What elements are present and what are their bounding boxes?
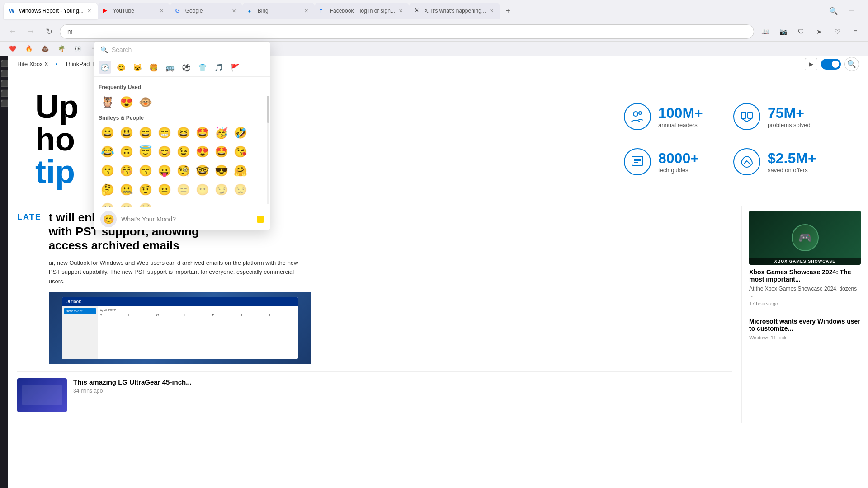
tab-bing[interactable]: ⬥ Bing ✕ xyxy=(242,3,315,19)
emoji-cat-animals[interactable]: 🐱 xyxy=(131,61,144,74)
tab-youtube[interactable]: ▶ YouTube ✕ xyxy=(98,3,170,19)
tab-close-google[interactable]: ✕ xyxy=(231,7,237,15)
tab-google[interactable]: G Google ✕ xyxy=(170,3,242,19)
emoji-footer-smiley-icon[interactable]: 😊 xyxy=(100,211,117,227)
sidebar-icon-1[interactable]: ⬛ xyxy=(0,60,8,67)
stat-readers-icon xyxy=(624,103,651,130)
emoji-grin[interactable]: 😃 xyxy=(118,124,136,142)
emoji-partying[interactable]: 🥳 xyxy=(212,124,231,142)
emoji-rofl[interactable]: 🤣 xyxy=(231,124,250,142)
emoji-owl[interactable]: 🦉 xyxy=(99,93,117,111)
emoji-kissing-heart[interactable]: 😘 xyxy=(231,143,250,161)
screenshot-button[interactable]: 📷 xyxy=(776,24,790,39)
emoji-kissing-smiling[interactable]: 😙 xyxy=(137,162,155,180)
emoji-upside-down[interactable]: 🙃 xyxy=(118,143,136,161)
ticker-search-button[interactable]: 🔍 xyxy=(844,57,859,71)
emoji-cat-symbols[interactable]: 🎵 xyxy=(212,61,225,74)
emoji-joy[interactable]: 😂 xyxy=(99,143,117,161)
bookmarks-button[interactable]: ♡ xyxy=(830,24,844,39)
emoji-thinking[interactable]: 🤔 xyxy=(99,181,117,199)
emoji-monkey[interactable]: 🐵 xyxy=(137,93,155,111)
emoji-nerd[interactable]: 🤓 xyxy=(193,162,212,180)
minimize-button[interactable]: ─ xyxy=(844,4,859,18)
emoji-zipper[interactable]: 🤐 xyxy=(118,181,136,199)
emoji-scrollbar[interactable] xyxy=(267,96,269,204)
emoji-send-button[interactable] xyxy=(257,216,264,223)
emoji-halo[interactable]: 😇 xyxy=(137,143,155,161)
address-bar[interactable]: m xyxy=(60,24,754,39)
bookmark-palm[interactable]: 🌴 xyxy=(54,43,69,54)
browser-controls-right: 🔍 ─ xyxy=(826,4,864,18)
reader-view-button[interactable]: 📖 xyxy=(758,24,772,39)
shield-button[interactable]: 🛡 xyxy=(794,24,808,39)
sidebar-icon-5[interactable]: ⬛ xyxy=(0,99,8,107)
emoji-beam[interactable]: 😁 xyxy=(156,124,174,142)
ticker-video-button[interactable]: ▶ xyxy=(805,58,817,70)
sidebar-icon-2[interactable]: ⬛ xyxy=(0,70,8,77)
tab-close-twitter[interactable]: ✕ xyxy=(489,7,495,15)
emoji-smirk[interactable]: 😏 xyxy=(212,181,231,199)
refresh-button[interactable]: ↻ xyxy=(42,24,56,39)
bookmark-fire[interactable]: 🔥 xyxy=(22,43,36,54)
emoji-heart-eyes-2[interactable]: 😍 xyxy=(193,143,212,161)
news-title-2: This amazing LG UltraGear 45-inch... xyxy=(73,378,192,386)
emoji-big-smile[interactable]: 😄 xyxy=(137,124,155,142)
emoji-star-struck[interactable]: 🤩 xyxy=(193,124,212,142)
tab-windows-report[interactable]: W Windows Report - Your g... ✕ xyxy=(4,3,98,19)
emoji-yum[interactable]: 😛 xyxy=(156,162,174,180)
new-tab-button[interactable]: + xyxy=(502,5,514,17)
tab-close-facebook[interactable]: ✕ xyxy=(398,7,404,15)
emoji-no-mouth[interactable]: 😶 xyxy=(193,181,212,199)
emoji-monocle[interactable]: 🧐 xyxy=(175,162,193,180)
stat-guides: 8000+ tech guides xyxy=(624,145,722,179)
emoji-cat-objects[interactable]: 👕 xyxy=(196,61,209,74)
sidebar-title-microsoft: Microsoft wants every Windows user to cu… xyxy=(749,318,861,332)
ticker-controls: ▶ 🔍 xyxy=(805,57,859,71)
tab-title-windows-report: Windows Report - Your g... xyxy=(19,8,84,14)
back-button[interactable]: ← xyxy=(5,24,20,39)
tab-title-bing: Bing xyxy=(258,8,301,14)
menu-button[interactable]: ≡ xyxy=(848,24,863,39)
emoji-expressionless[interactable]: 😑 xyxy=(175,181,193,199)
bookmark-heart[interactable]: ❤️ xyxy=(5,43,20,54)
tab-close-windows-report[interactable]: ✕ xyxy=(86,7,92,15)
bookmark-eyes[interactable]: 👀 xyxy=(71,43,85,54)
tab-close-bing[interactable]: ✕ xyxy=(303,7,309,15)
stat-readers: 100M+ annual readers xyxy=(624,99,722,134)
emoji-smile[interactable]: 😊 xyxy=(156,143,174,161)
emoji-cat-travel[interactable]: 🚌 xyxy=(164,61,176,74)
sidebar-icon-4[interactable]: ⬛ xyxy=(0,89,8,97)
emoji-kissing-closed[interactable]: 😚 xyxy=(118,162,136,180)
emoji-search-input[interactable] xyxy=(112,46,264,53)
emoji-laugh[interactable]: 😆 xyxy=(175,124,193,142)
emoji-cat-activities[interactable]: ⚽ xyxy=(180,61,193,74)
sidebar-icon-3[interactable]: ⬛ xyxy=(0,80,8,87)
dark-mode-toggle[interactable] xyxy=(821,59,841,70)
emoji-cat-smileys[interactable]: 😊 xyxy=(115,61,127,74)
emoji-heart-eyes[interactable]: 😍 xyxy=(118,93,136,111)
stat-readers-info: 100M+ annual readers xyxy=(658,105,703,128)
emoji-star-struck-2[interactable]: 🤩 xyxy=(212,143,231,161)
tab-facebook[interactable]: f Facebook – log in or sign... ✕ xyxy=(315,3,409,19)
search-button[interactable]: 🔍 xyxy=(826,4,841,18)
emoji-cat-food[interactable]: 🍔 xyxy=(147,61,160,74)
forward-button[interactable]: → xyxy=(24,24,38,39)
emoji-grinning[interactable]: 😀 xyxy=(99,124,117,142)
emoji-wink[interactable]: 😉 xyxy=(175,143,193,161)
emoji-cat-flags[interactable]: 🚩 xyxy=(229,61,241,74)
emoji-hugging[interactable]: 🤗 xyxy=(231,162,250,180)
emoji-scrollbar-thumb[interactable] xyxy=(267,96,269,123)
emoji-sunglasses[interactable]: 😎 xyxy=(212,162,231,180)
emoji-raised-eyebrow[interactable]: 🤨 xyxy=(137,181,155,199)
tab-close-youtube[interactable]: ✕ xyxy=(159,7,165,15)
send-tab-button[interactable]: ➤ xyxy=(812,24,826,39)
emoji-unamused[interactable]: 😒 xyxy=(231,181,250,199)
emoji-kissing[interactable]: 😗 xyxy=(99,162,117,180)
emoji-cat-recent[interactable]: 🕐 xyxy=(99,61,111,74)
emoji-neutral[interactable]: 😐 xyxy=(156,181,174,199)
emoji-mood-input[interactable] xyxy=(121,216,252,223)
tab-favicon-twitter: 𝕏 xyxy=(415,7,422,14)
sidebar-article-microsoft: Microsoft wants every Windows user to cu… xyxy=(749,312,861,340)
tab-twitter[interactable]: 𝕏 X. It's what's happening... ✕ xyxy=(409,3,500,19)
bookmark-poop[interactable]: 💩 xyxy=(38,43,52,54)
